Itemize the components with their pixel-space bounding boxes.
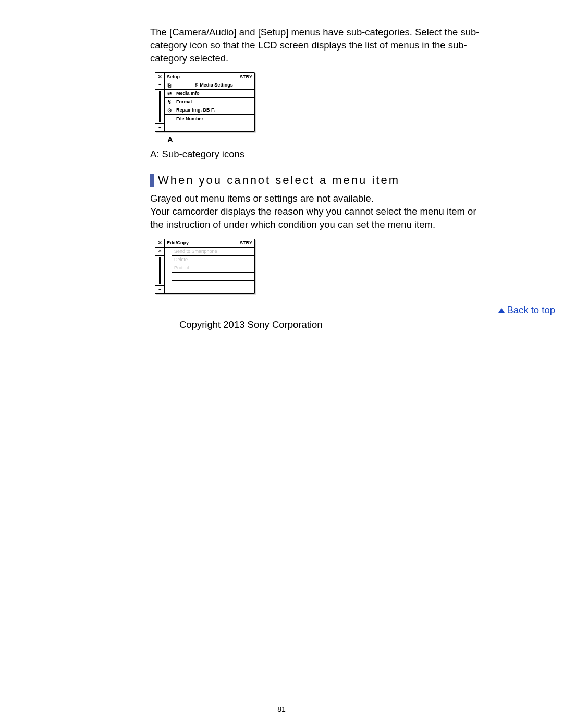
lcd-subheader: ⎘ Media Settings [174, 81, 254, 90]
menu-item: File Number [174, 115, 254, 123]
subcategory-icon-column: ⎘ ⇄ ↯ ⊙ [165, 81, 174, 131]
lcd-screen-editcopy: Edit/Copy STBY Send to Smartphone Delete… [155, 239, 255, 294]
horizontal-rule [8, 316, 490, 316]
chevron-down-icon [155, 123, 164, 131]
menu-item-disabled: Send to Smartphone [172, 248, 254, 256]
back-to-top-text: Back to top [507, 304, 555, 316]
section-heading: When you cannot select a menu item [150, 174, 489, 187]
lcd-header-title: Setup [167, 74, 180, 79]
figure-editcopy-menu: Edit/Copy STBY Send to Smartphone Delete… [150, 239, 489, 294]
menu-item-disabled: Delete [172, 256, 254, 264]
close-icon [155, 73, 164, 81]
media-settings-icon: ⎘ [165, 81, 174, 90]
media-icon: ⎘ [195, 83, 198, 88]
menu-item: Media Info [174, 90, 254, 98]
connection-icon: ↯ [165, 98, 174, 106]
chevron-down-icon [155, 285, 164, 293]
menu-item-empty [172, 273, 254, 281]
callout-line [170, 81, 170, 144]
scroll-track [155, 256, 164, 285]
gray-paragraph-1: Grayed out menu items or settings are no… [150, 192, 489, 205]
scroll-track [155, 90, 164, 123]
menu-item-disabled: Protect [172, 264, 254, 273]
lcd-screen-setup: Setup STBY ⎘ ⇄ ↯ ⊙ ⎘ [155, 72, 255, 132]
playback-icon: ⇄ [165, 90, 174, 98]
general-icon: ⊙ [165, 106, 174, 115]
lcd-header: Edit/Copy STBY [165, 239, 254, 248]
caption-a: A: Sub-category icons [150, 148, 489, 161]
main-content: The [Camera/Audio] and [Setup] menus hav… [150, 26, 489, 296]
blank-icon [165, 115, 174, 123]
chevron-up-icon [155, 248, 164, 256]
lcd-header: Setup STBY [165, 73, 254, 81]
lcd-header-status: STBY [240, 240, 252, 245]
page-number: 81 [0, 705, 563, 713]
lcd-subheader-text: Media Settings [200, 82, 233, 88]
callout-label-a: A [167, 135, 489, 144]
chevron-up-icon [155, 81, 164, 90]
menu-item-empty [172, 281, 254, 289]
close-icon [155, 239, 164, 248]
copyright-text: Copyright 2013 Sony Corporation [179, 319, 323, 330]
gray-paragraph-2: Your camcorder displays the reason why y… [150, 205, 489, 231]
intro-paragraph: The [Camera/Audio] and [Setup] menus hav… [150, 26, 489, 65]
back-to-top-link[interactable]: Back to top [498, 304, 555, 316]
lcd-header-status: STBY [240, 74, 252, 79]
menu-item: Format [174, 98, 254, 106]
figure-setup-menu: Setup STBY ⎘ ⇄ ↯ ⊙ ⎘ [150, 72, 489, 144]
lcd-header-title: Edit/Copy [167, 240, 189, 245]
menu-item: Repair Img. DB F. [174, 106, 254, 115]
